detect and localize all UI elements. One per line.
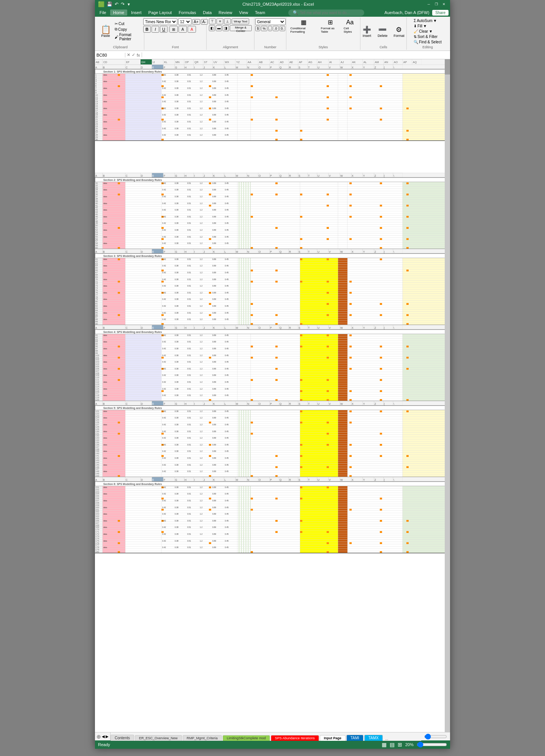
formula-bar: ✕ ✓ fx bbox=[95, 51, 450, 59]
menu-view[interactable]: View bbox=[236, 10, 251, 16]
menu-data[interactable]: Data bbox=[200, 10, 215, 16]
minimize-button[interactable]: ─ bbox=[426, 2, 432, 7]
menu-review[interactable]: Review bbox=[215, 10, 235, 16]
fill-icon: ⬇ bbox=[414, 24, 417, 28]
align-middle-button[interactable]: ≡ bbox=[216, 18, 223, 24]
find-select-icon: 🔍 bbox=[414, 40, 418, 44]
sort-filter-icon: ⇅ bbox=[414, 35, 417, 39]
font-name-select[interactable]: Times New Roma bbox=[143, 18, 177, 25]
align-top-button[interactable]: ⊤ bbox=[209, 18, 216, 24]
tab-input-page[interactable]: Input Page bbox=[320, 735, 346, 741]
quick-access-redo[interactable]: ↷ bbox=[121, 2, 125, 7]
increase-decimal-button[interactable]: .0 bbox=[273, 26, 279, 31]
paste-button[interactable]: 📋 Paste bbox=[99, 25, 112, 38]
scroll-left-button[interactable]: ◀ bbox=[102, 734, 105, 739]
formula-icons: ✕ ✓ fx bbox=[125, 52, 142, 57]
format-as-table-button[interactable]: ⊞ Format as Table bbox=[319, 18, 341, 34]
paste-label: Paste bbox=[101, 34, 110, 38]
wrap-text-button[interactable]: Wrap Text bbox=[232, 18, 249, 24]
title-bar: 🟩 💾 ↶ ↷ ▼ Chin2719_OM23April2019.xlsx - … bbox=[95, 0, 450, 8]
bold-button[interactable]: B bbox=[143, 26, 151, 33]
spreadsheet-canvas[interactable] bbox=[95, 59, 450, 732]
format-button[interactable]: ⚙ Format bbox=[391, 25, 407, 38]
tab-er-esc-overview[interactable]: ER_ESC_Overview_New bbox=[135, 735, 182, 741]
font-color-button[interactable]: A bbox=[188, 26, 196, 33]
fill-dropdown-icon[interactable]: ▼ bbox=[423, 24, 427, 28]
accounting-format-button[interactable]: $ bbox=[255, 26, 260, 31]
number-group: General $ % , .0 0. Number bbox=[254, 17, 286, 50]
tab-tami[interactable]: TAMI bbox=[346, 735, 363, 741]
menu-insert[interactable]: Insert bbox=[128, 10, 145, 16]
format-painter-button[interactable]: 🖌 Format Painter bbox=[113, 32, 142, 41]
insert-function-icon[interactable]: fx bbox=[137, 53, 140, 57]
tab-limiting-stk[interactable]: LimitingStkComplete mod bbox=[223, 735, 270, 741]
page-layout-view-button[interactable]: ▤ bbox=[390, 742, 395, 748]
align-center-button[interactable]: ▬ bbox=[216, 25, 222, 31]
comma-button[interactable]: , bbox=[268, 26, 272, 31]
clear-icon: 🧹 bbox=[414, 29, 418, 33]
restore-button[interactable]: ❐ bbox=[433, 2, 439, 7]
status-bar: Ready ▦ ▤ ⊞ 20% bbox=[95, 740, 450, 749]
zoom-slider[interactable] bbox=[424, 734, 447, 740]
tab-tamx[interactable]: TAMX bbox=[364, 735, 383, 741]
menu-formulas[interactable]: Formulas bbox=[175, 10, 199, 16]
page-break-view-button[interactable]: ⊞ bbox=[398, 742, 402, 748]
status-zoom-slider[interactable] bbox=[417, 742, 447, 748]
quick-access-customize[interactable]: ▼ bbox=[127, 2, 131, 6]
find-select-button[interactable]: 🔍 Find & Select bbox=[412, 40, 443, 44]
align-bottom-button[interactable]: ⊥ bbox=[224, 18, 231, 24]
add-sheet-button[interactable]: ⊕ bbox=[96, 734, 101, 740]
font-size-select[interactable]: 12 bbox=[178, 18, 191, 25]
format-icon: ⚙ bbox=[396, 25, 402, 34]
decrease-decimal-button[interactable]: 0. bbox=[280, 26, 286, 31]
menu-home[interactable]: Home bbox=[110, 10, 127, 16]
quick-access-undo[interactable]: ↶ bbox=[115, 2, 118, 7]
tab-rmp-mgmt[interactable]: RMP_Mgmt_Criteria bbox=[183, 735, 222, 741]
align-right-button[interactable]: ◨ bbox=[223, 25, 229, 31]
italic-button[interactable]: I bbox=[152, 26, 159, 33]
fill-color-button[interactable]: A bbox=[179, 26, 187, 33]
tab-contents[interactable]: Contents bbox=[111, 735, 134, 741]
increase-font-button[interactable]: A+ bbox=[192, 19, 200, 25]
user-name: Auerbach, Dan A (DFW) bbox=[384, 10, 429, 15]
copy-icon: ⧉ bbox=[115, 27, 117, 32]
underline-button[interactable]: U bbox=[160, 26, 167, 33]
sort-filter-button[interactable]: ⇅ Sort & Filter bbox=[412, 34, 439, 39]
fill-button[interactable]: ⬇ Fill ▼ bbox=[412, 24, 428, 29]
sheet-tabs-row: ⊕ ◀ ▶ Contents ER_ESC_Overview_New RMP_M… bbox=[95, 732, 450, 740]
insert-icon: ➕ bbox=[363, 25, 371, 34]
close-button[interactable]: ✕ bbox=[441, 2, 447, 7]
more-sheets-icon[interactable]: ... bbox=[385, 737, 388, 741]
tab-sps-abundance[interactable]: SPS Abundance Iterations bbox=[271, 735, 319, 741]
cell-styles-button[interactable]: Aa Cell Styles bbox=[342, 19, 358, 34]
enter-formula-icon[interactable]: ✓ bbox=[132, 52, 135, 57]
autosum-dropdown-icon[interactable]: ▼ bbox=[433, 19, 437, 23]
clear-button[interactable]: 🧹 Clear ▼ bbox=[412, 29, 434, 34]
menu-team[interactable]: Team bbox=[252, 10, 268, 16]
ribbon-search[interactable] bbox=[300, 11, 360, 15]
cancel-formula-icon[interactable]: ✕ bbox=[127, 52, 130, 57]
merge-center-button[interactable]: Merge & Center bbox=[230, 25, 252, 31]
sheet-area[interactable] bbox=[95, 59, 450, 732]
border-button[interactable]: ⊞ bbox=[169, 26, 178, 33]
insert-button[interactable]: ➕ Insert bbox=[360, 25, 374, 38]
normal-view-button[interactable]: ▦ bbox=[382, 742, 387, 748]
percent-button[interactable]: % bbox=[261, 26, 267, 31]
quick-access-save[interactable]: 💾 bbox=[107, 2, 112, 7]
delete-button[interactable]: ➖ Delete bbox=[375, 25, 390, 38]
copy-button[interactable]: ⧉ Copy bbox=[113, 27, 142, 32]
conditional-formatting-button[interactable]: ▦ Conditional Formatting bbox=[289, 18, 318, 34]
clear-dropdown-icon[interactable]: ▼ bbox=[429, 29, 433, 33]
clipboard-group: 📋 Paste ✂ Cut ⧉ Copy 🖌 Format Painter bbox=[96, 17, 144, 50]
share-button[interactable]: Share bbox=[432, 10, 449, 16]
number-format-select[interactable]: General bbox=[255, 18, 286, 25]
cut-button[interactable]: ✂ Cut bbox=[113, 21, 142, 26]
name-box-input[interactable] bbox=[96, 53, 123, 57]
format-painter-icon: 🖌 bbox=[115, 35, 118, 39]
menu-file[interactable]: File bbox=[96, 10, 109, 16]
align-left-button[interactable]: ◧ bbox=[209, 25, 215, 31]
autosum-icon: Σ bbox=[414, 19, 416, 23]
scroll-right-button[interactable]: ▶ bbox=[106, 734, 109, 739]
autosum-button[interactable]: Σ AutoSum ▼ bbox=[412, 18, 438, 23]
menu-page-layout[interactable]: Page Layout bbox=[145, 10, 175, 16]
